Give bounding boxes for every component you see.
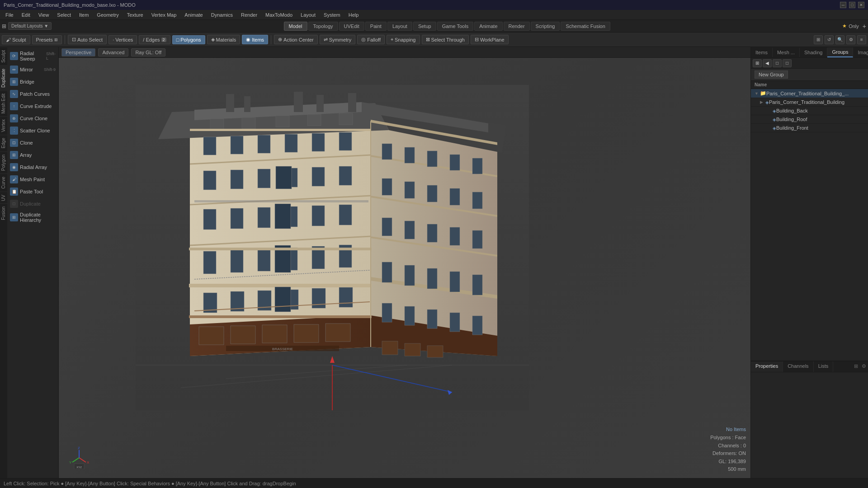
menu-maxtomodo[interactable]: MaxToModo (262, 11, 296, 19)
menu-select[interactable]: Select (53, 11, 75, 19)
rp-tab-mesh[interactable]: Mesh ... (773, 48, 800, 57)
sidebar-tab-polygon[interactable]: Polygon (0, 151, 7, 174)
tool-duplicate-hierarchy[interactable]: ⊞ Duplicate Hierarchy (8, 210, 57, 225)
menu-item[interactable]: Item (75, 11, 92, 19)
tab-model[interactable]: Model (284, 22, 307, 31)
menu-file[interactable]: File (2, 11, 17, 19)
workplane-button[interactable]: ⊟ WorkPlane (471, 35, 509, 44)
tab-layout[interactable]: Layout (387, 22, 412, 31)
viewport-icon4[interactable]: ⚙ (846, 35, 855, 44)
rp-bottom-settings[interactable]: ⚙ (860, 361, 868, 372)
tool-array[interactable]: ⊞ Array (8, 149, 57, 161)
tool-patch-curves[interactable]: ∿ Patch Curves (8, 88, 57, 100)
maximize-button[interactable]: □ (849, 2, 855, 8)
rp-bottom-tab-properties[interactable]: Properties (751, 361, 783, 372)
sidebar-tab-duplicate[interactable]: Duplicate (0, 66, 7, 90)
menu-render[interactable]: Render (237, 11, 261, 19)
new-group-button[interactable]: New Group (755, 70, 788, 79)
rp-bottom-tab-lists[interactable]: Lists (814, 361, 834, 372)
window-controls[interactable]: ─ □ ✕ (840, 2, 864, 8)
rp-bottom-expand[interactable]: ⊞ (852, 361, 860, 372)
symmetry-button[interactable]: ⇌ Symmetry (320, 35, 356, 44)
viewport-icon5[interactable]: ≡ (857, 35, 866, 44)
menu-view[interactable]: View (35, 11, 53, 19)
rp-bottom-tab-channels[interactable]: Channels (783, 361, 813, 372)
menu-vertex-map[interactable]: Vertex Map (148, 11, 180, 19)
viewport-icon3[interactable]: 🔍 (835, 35, 844, 44)
tab-setup[interactable]: Setup (413, 22, 436, 31)
rp-tool-2[interactable]: ◀ (763, 59, 772, 67)
tool-scatter-clone[interactable]: ⁚ Scatter Clone (8, 125, 57, 136)
snapping-button[interactable]: ⌖ Snapping (387, 35, 420, 44)
tab-render[interactable]: Render (504, 22, 530, 31)
tool-radial-sweep[interactable]: ⟳ Radial Sweep Shift-L (8, 49, 57, 63)
menu-layout[interactable]: Layout (297, 11, 319, 19)
group-item-building[interactable]: ▶ ◈ Paris_Corner_Traditional_Building (751, 98, 868, 107)
sidebar-tab-vertex[interactable]: Vertex (0, 116, 7, 135)
menu-geometry[interactable]: Geometry (93, 11, 122, 19)
rp-tab-items[interactable]: Items (751, 48, 773, 57)
perspective-button[interactable]: Perspective (61, 48, 95, 56)
default-layouts-button[interactable]: Default Layouts ▼ (8, 22, 52, 30)
tool-curve-extrude[interactable]: ↑ Curve Extrude (8, 100, 57, 112)
tab-paint[interactable]: Paint (365, 22, 387, 31)
sidebar-tab-edge[interactable]: Edge (0, 135, 7, 151)
menu-texture[interactable]: Texture (123, 11, 147, 19)
svg-rect-48 (258, 169, 270, 188)
rp-tab-shading[interactable]: Shading (800, 48, 827, 57)
close-button[interactable]: ✕ (858, 2, 864, 8)
tab-schematic[interactable]: Schematic Fusion (561, 22, 610, 31)
materials-button[interactable]: ◈ Materials (207, 35, 241, 44)
menu-edit[interactable]: Edit (18, 11, 34, 19)
add-layout-button[interactable]: + (863, 23, 866, 30)
viewport-canvas[interactable]: BRASSERIE (59, 58, 750, 478)
rp-tab-groups[interactable]: Groups (827, 47, 853, 57)
rp-tool-3[interactable]: □ (773, 59, 782, 67)
tool-clone[interactable]: ⊡ Clone (8, 137, 57, 149)
menu-system[interactable]: System (320, 11, 344, 19)
tool-paste-tool[interactable]: 📋 Paste Tool (8, 186, 57, 197)
sidebar-tab-fusion[interactable]: Fusion (0, 203, 7, 223)
tool-mesh-paint[interactable]: 🖌 Mesh Paint (8, 174, 57, 185)
tab-scripting[interactable]: Scripting (531, 22, 560, 31)
action-center-button[interactable]: ⊕ Action Center (274, 35, 318, 44)
minimize-button[interactable]: ─ (840, 2, 846, 8)
menu-animate[interactable]: Animate (181, 11, 206, 19)
rp-tool-4[interactable]: □ (783, 59, 792, 67)
tab-uvedit[interactable]: UVEdit (339, 22, 364, 31)
falloff-button[interactable]: ◎ Falloff (357, 35, 385, 44)
group-item-roof[interactable]: ◈ Building_Roof (751, 115, 868, 124)
tab-animate[interactable]: Animate (474, 22, 502, 31)
viewport[interactable]: BRASSERIE (59, 58, 750, 478)
tool-bridge[interactable]: ⊞ Bridge (8, 76, 57, 88)
tab-game-tools[interactable]: Game Tools (437, 22, 474, 31)
svg-rect-18 (348, 93, 356, 112)
items-button[interactable]: ◉ Items (242, 35, 268, 44)
ray-gl-button[interactable]: Ray GL: Off (131, 48, 165, 56)
group-item-root[interactable]: ▼ 📁 Paris_Corner_Traditional_Building_..… (751, 89, 868, 98)
tool-mirror[interactable]: ⇔ Mirror Shift-9 (8, 64, 57, 75)
vertices-button[interactable]: · Vertices (108, 35, 137, 44)
sidebar-tab-sculpt[interactable]: Sculpt (0, 47, 7, 66)
sidebar-tab-curve[interactable]: Curve (0, 174, 7, 192)
rp-tool-1[interactable]: ⊞ (753, 59, 762, 67)
advanced-button[interactable]: Advanced (98, 48, 128, 56)
auto-select-button[interactable]: ⊡ Auto Select (68, 35, 107, 44)
select-through-button[interactable]: ⊠ Select Through (422, 35, 469, 44)
tab-topology[interactable]: Topology (308, 22, 338, 31)
menu-help[interactable]: Help (345, 11, 363, 19)
group-item-front[interactable]: ◈ Building_Front (751, 124, 868, 132)
viewport-icon2[interactable]: ↺ (825, 35, 834, 44)
sidebar-tab-uv[interactable]: UV (0, 192, 7, 204)
edges-button[interactable]: / Edges 2 (139, 35, 170, 44)
presets-button[interactable]: Presets ⊞ (32, 35, 62, 44)
tool-radial-array[interactable]: ◉ Radial Array (8, 161, 57, 173)
menu-dynamics[interactable]: Dynamics (208, 11, 236, 19)
polygons-button[interactable]: □ Polygons (172, 35, 205, 44)
sculpt-button[interactable]: 🖌 Sculpt (2, 35, 30, 44)
tool-curve-clone[interactable]: ⊕ Curve Clone (8, 113, 57, 124)
sidebar-tab-mesh-edit[interactable]: Mesh Edit (0, 90, 7, 116)
group-item-back[interactable]: ◈ Building_Back (751, 107, 868, 115)
viewport-icon1[interactable]: ⊞ (814, 35, 823, 44)
rp-tab-images[interactable]: Images (853, 48, 868, 57)
